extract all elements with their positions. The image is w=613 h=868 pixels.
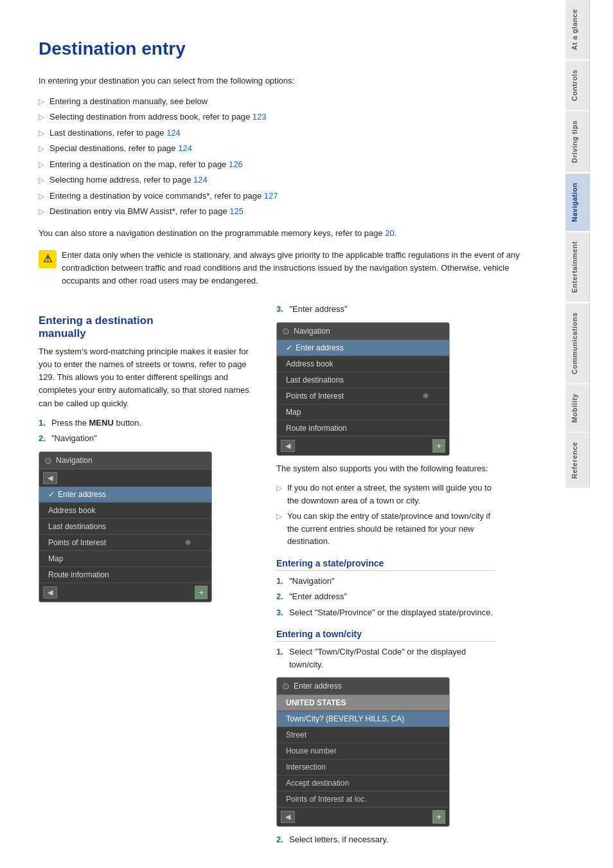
step3-label: 3. "Enter address" xyxy=(276,303,495,316)
right-column: 3. "Enter address" ⊙ Navigation ✓ Enter … xyxy=(276,303,495,853)
nav-plus-btn2[interactable]: + xyxy=(432,439,445,453)
town-steps: 1. Select "Town/City/Postal Code" or the… xyxy=(276,646,495,671)
sidebar-tab-at-a-glance[interactable]: At a glance xyxy=(565,0,590,59)
list-item: ▷ Entering a destination manually, see b… xyxy=(39,95,540,108)
bullet-arrow-icon: ▷ xyxy=(39,174,44,186)
bullet-arrow-icon: ▷ xyxy=(39,96,44,107)
support-bullets: ▷ If you do not enter a street, the syst… xyxy=(276,482,495,548)
nav-compass-icon2: ⊙ xyxy=(282,326,290,336)
subsection-town-city: Entering a town/city xyxy=(276,629,495,642)
sidebar-tab-mobility[interactable]: Mobility xyxy=(565,384,590,432)
page-link-124a[interactable]: 124 xyxy=(166,128,181,138)
page-link-124c[interactable]: 124 xyxy=(193,175,208,185)
bullet-arrow-icon2: ▷ xyxy=(276,482,282,494)
list-item: ▷ Special destinations, refer to page 12… xyxy=(39,142,540,155)
addr-item-street[interactable]: Street xyxy=(277,727,449,743)
list-item: ▷ Last destinations, refer to page 124 xyxy=(39,127,540,140)
addr-header: ⊙ Enter address xyxy=(277,678,449,695)
system-supports-text: The system also supports you with the fo… xyxy=(276,462,495,475)
town-steps-2: 2. Select letters, if necessary. xyxy=(276,833,495,846)
nav-back-btn[interactable]: ◀ xyxy=(43,472,57,484)
page-link-125[interactable]: 125 xyxy=(229,206,244,216)
nav-item-address-book[interactable]: Address book xyxy=(39,503,211,519)
steps-list: 1. Press the MENU button. 2. "Navigation… xyxy=(39,417,257,445)
warning-text: Enter data only when the vehicle is stat… xyxy=(62,249,540,287)
intro-text: In entering your destination you can sel… xyxy=(39,75,540,87)
bullet-arrow-icon: ▷ xyxy=(39,159,44,170)
nav-item-last-destinations2[interactable]: Last destinations xyxy=(277,372,449,388)
bullet-arrow-icon: ▷ xyxy=(39,111,44,123)
town-step-1: 1. Select "Town/City/Postal Code" or the… xyxy=(276,646,495,671)
bullet-arrow-icon: ▷ xyxy=(39,190,44,202)
two-column-layout: Entering a destinationmanually The syste… xyxy=(39,303,540,853)
page-title: Destination entry xyxy=(39,39,540,59)
nav-item-enter-address[interactable]: ✓ Enter address xyxy=(39,487,211,503)
page-link-127[interactable]: 127 xyxy=(264,191,278,201)
addr-item-accept[interactable]: Accept destination xyxy=(277,775,449,791)
page-link-123[interactable]: 123 xyxy=(253,112,267,122)
state-step-2: 2. "Enter address" xyxy=(276,590,495,603)
nav-item-points2[interactable]: Points of Interest ⊕ xyxy=(277,388,449,404)
page-link-124b[interactable]: 124 xyxy=(178,143,192,153)
nav-screenshot-header2: ⊙ Navigation xyxy=(277,323,449,340)
nav-item-map[interactable]: Map xyxy=(39,551,211,567)
addr-item-us[interactable]: UNITED STATES xyxy=(277,695,449,711)
bullet-arrow-icon: ▷ xyxy=(39,143,44,154)
nav-item-last-destinations[interactable]: Last destinations xyxy=(39,519,211,535)
subsection-state-province: Entering a state/province xyxy=(276,558,495,571)
list-item: ▷ Entering a destination on the map, ref… xyxy=(39,158,540,171)
nav-item-points-of-interest[interactable]: Points of Interest ⊕ xyxy=(39,535,211,551)
sidebar-tab-controls[interactable]: Controls xyxy=(565,60,590,110)
nav-screenshot-enter-address: ⊙ Navigation ✓ Enter address Address boo… xyxy=(276,322,450,456)
left-column: Entering a destinationmanually The syste… xyxy=(39,303,257,853)
address-screenshot: ⊙ Enter address UNITED STATES Town/City?… xyxy=(276,677,450,827)
sidebar-tab-communications[interactable]: Communications xyxy=(565,303,590,383)
warning-icon: ⚠ xyxy=(39,250,57,268)
state-step-3: 3. Select "State/Province" or the displa… xyxy=(276,606,495,619)
addr-item-town[interactable]: Town/City? (BEVERLY HILLS, CA) xyxy=(277,711,449,727)
addr-item-poi[interactable]: Points of Interest at loc. xyxy=(277,791,449,808)
addr-item-house[interactable]: House number xyxy=(277,743,449,759)
bullet-list: ▷ Entering a destination manually, see b… xyxy=(39,95,540,218)
addr-compass-icon: ⊙ xyxy=(282,681,290,691)
nav-item-map2[interactable]: Map xyxy=(277,404,449,420)
list-item: ▷ Selecting destination from address boo… xyxy=(39,111,540,123)
nav-controls: ◀ xyxy=(39,469,211,487)
town-step-2: 2. Select letters, if necessary. xyxy=(276,833,495,846)
state-steps: 1. "Navigation" 2. "Enter address" 3. Se… xyxy=(276,575,495,619)
section-entering-manually-body: The system's word-matching principle mak… xyxy=(39,345,257,410)
sidebar: At a glance Controls Driving tips Naviga… xyxy=(565,0,590,868)
store-text: You can also store a navigation destinat… xyxy=(39,227,540,240)
main-content: Destination entry In entering your desti… xyxy=(0,0,565,868)
addr-plus-btn[interactable]: + xyxy=(432,810,445,824)
sidebar-tab-entertainment[interactable]: Entertainment xyxy=(565,232,590,302)
nav-item-route2[interactable]: Route information xyxy=(277,420,449,437)
bullet-arrow-icon3: ▷ xyxy=(276,511,282,522)
nav-left-btn2[interactable]: ◀ xyxy=(281,440,295,452)
checkmark-icon2: ✓ xyxy=(286,343,292,352)
bullet-arrow-icon: ▷ xyxy=(39,206,44,217)
page-link-20[interactable]: 20 xyxy=(385,228,394,238)
addr-item-intersection[interactable]: Intersection xyxy=(277,759,449,775)
nav-item-route-information[interactable]: Route information xyxy=(39,567,211,583)
nav-item-enter-address2[interactable]: ✓ Enter address xyxy=(277,340,449,356)
nav-plus-btn[interactable]: + xyxy=(195,586,208,599)
nav-compass-icon: ⊙ xyxy=(44,455,52,466)
page-container: Destination entry In entering your desti… xyxy=(0,0,613,868)
checkmark-icon: ✓ xyxy=(48,490,55,499)
sidebar-tab-reference[interactable]: Reference xyxy=(565,433,590,488)
step-1: 1. Press the MENU button. xyxy=(39,417,257,429)
list-item: ▷ Selecting home address, refer to page … xyxy=(39,174,540,186)
page-link-126[interactable]: 126 xyxy=(229,159,243,169)
support-bullet-2: ▷ You can skip the entry of state/provin… xyxy=(276,510,495,548)
nav-left-btn[interactable]: ◀ xyxy=(43,586,57,599)
list-item: ▷ Entering a destination by voice comman… xyxy=(39,190,540,203)
step-2: 2. "Navigation" xyxy=(39,432,257,445)
sidebar-tab-navigation[interactable]: Navigation xyxy=(565,174,590,231)
addr-left-btn[interactable]: ◀ xyxy=(281,811,295,823)
nav-screenshot: ⊙ Navigation ◀ ✓ Enter address Address b… xyxy=(39,451,212,602)
nav-item-address-book2[interactable]: Address book xyxy=(277,356,449,372)
section-entering-manually-title: Entering a destinationmanually xyxy=(39,314,257,340)
sidebar-tab-driving-tips[interactable]: Driving tips xyxy=(565,111,590,172)
bullet-arrow-icon: ▷ xyxy=(39,127,44,139)
